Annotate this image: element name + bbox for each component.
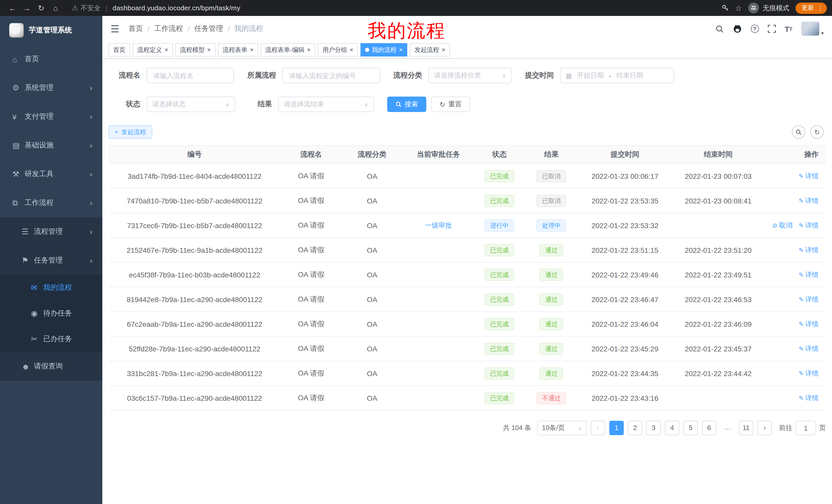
pagination-page-5[interactable]: 5 (683, 421, 698, 435)
date-range-picker[interactable]: ▦ 开始日期 - 结束日期 (560, 68, 674, 83)
browser-reload-icon[interactable]: ↻ (34, 3, 48, 12)
category-select[interactable]: 请选择流程分类 ∨ (428, 68, 512, 83)
search-button[interactable]: 搜索 (387, 96, 426, 112)
app-logo-row[interactable]: 芋道管理系统 (0, 16, 102, 45)
tab-close-icon[interactable]: × (442, 47, 445, 53)
cell-result: 通过 (524, 361, 578, 386)
sidebar-item-devtools[interactable]: ⚒研发工具∨ (0, 160, 102, 189)
sidebar-item-label: 系统管理 (25, 83, 53, 92)
definition-input[interactable] (282, 68, 380, 83)
cell-submit-time: 2022-01-23 00:06:17 (578, 164, 672, 188)
bookmark-star-icon[interactable]: ☆ (735, 3, 742, 12)
detail-action[interactable]: ✎详情 (799, 245, 818, 255)
browser-forward-icon[interactable]: → (20, 4, 34, 12)
breadcrumb-item[interactable]: 首页 (129, 24, 143, 33)
toggle-search-button[interactable] (792, 125, 805, 139)
sidebar-item-infrastructure[interactable]: ▤基础设施∨ (0, 131, 102, 160)
pagination-page-3[interactable]: 3 (646, 421, 661, 435)
scissors-icon: ✂ (31, 334, 43, 344)
pagination-page-1[interactable]: 1 (609, 421, 624, 435)
cell-end-time (672, 386, 765, 410)
cell-id: 7317cec6-7b9b-11ec-b5b7-acde48001122 (108, 213, 281, 237)
sidebar-item-workflow[interactable]: ⧉工作流程∧ (0, 189, 102, 217)
detail-action[interactable]: ✎详情 (799, 171, 818, 180)
detail-action[interactable]: ✎详情 (799, 344, 818, 353)
sidebar-item-payment[interactable]: ¥支付管理∨ (0, 102, 102, 131)
goto-page-input[interactable] (796, 421, 816, 435)
font-size-icon[interactable]: TT (784, 24, 792, 33)
current-task-link[interactable]: 一级审批 (425, 221, 452, 229)
tab-发起流程[interactable]: 发起流程× (410, 43, 450, 57)
pagination-page-6[interactable]: 6 (702, 421, 716, 435)
cell-submit-time: 2022-01-22 23:53:35 (578, 188, 672, 213)
browser-home-icon[interactable]: ⌂ (48, 4, 63, 12)
update-button[interactable]: 更新 ⋮ (796, 2, 827, 13)
tab-close-icon[interactable]: × (307, 47, 311, 53)
github-icon[interactable] (732, 24, 742, 33)
fullscreen-icon[interactable] (768, 25, 776, 33)
search-icon[interactable] (715, 24, 724, 33)
page-size-select[interactable]: 10条/页 ∨ (537, 421, 587, 435)
start-process-button[interactable]: + 发起流程 (108, 125, 152, 139)
tab-流程定义[interactable]: 流程定义× (133, 43, 173, 57)
tab-首页[interactable]: 首页 (108, 43, 130, 57)
site-security[interactable]: ⚠ 不安全 (72, 3, 101, 12)
process-name-input[interactable] (147, 68, 234, 83)
breadcrumb-item[interactable]: 工作流程 (154, 24, 183, 33)
tab-用户分组[interactable]: 用户分组× (318, 43, 358, 57)
sidebar-item-done-tasks[interactable]: ✂已办任务 (0, 326, 102, 352)
status-badge: 已完成 (485, 318, 514, 330)
tab-close-icon[interactable]: × (399, 47, 402, 53)
breadcrumb-item[interactable]: 任务管理 (194, 24, 223, 33)
sidebar-item-task-management[interactable]: ⚑任务管理∧ (0, 246, 102, 275)
reset-button[interactable]: ↻ 重置 (432, 96, 470, 112)
browser-back-icon[interactable]: ← (5, 4, 20, 12)
tab-流程表单[interactable]: 流程表单× (218, 43, 258, 57)
cell-current-task (402, 386, 474, 410)
sidebar-item-label: 首页 (25, 54, 39, 64)
detail-action[interactable]: ✎详情 (799, 319, 818, 329)
sidebar-toggle-icon[interactable]: ☰ (110, 23, 119, 35)
sidebar-item-leave-query[interactable]: ☻请假查询 (0, 352, 102, 381)
pagination-next-button[interactable]: › (757, 421, 772, 435)
pagination-page-4[interactable]: 4 (665, 421, 679, 435)
pagination-page-11[interactable]: 11 (739, 421, 753, 435)
chevron-down-icon: ∨ (89, 85, 93, 91)
key-icon[interactable] (721, 4, 729, 12)
status-select[interactable]: 请选择状态 ∨ (147, 96, 235, 112)
pagination-page-2[interactable]: 2 (628, 421, 642, 435)
cell-end-time: 2022-01-23 00:08:41 (672, 188, 765, 213)
pagination-prev-button[interactable]: ‹ (591, 421, 605, 435)
tab-流程模型[interactable]: 流程模型× (175, 43, 215, 57)
tab-close-icon[interactable]: × (250, 47, 254, 53)
tab-label: 发起流程 (414, 46, 439, 54)
tab-我的流程[interactable]: 我的流程× (361, 43, 407, 57)
detail-action[interactable]: ✎详情 (799, 295, 818, 304)
browser-menu-icon[interactable]: ⋮ (817, 4, 824, 12)
sidebar-item-home[interactable]: ⌂首页 (0, 45, 102, 74)
sidebar-item-process-management[interactable]: ☰流程管理∨ (0, 217, 102, 246)
detail-action[interactable]: ✎详情 (799, 393, 818, 402)
tab-close-icon[interactable]: × (164, 47, 168, 53)
detail-action[interactable]: ✎详情 (799, 270, 818, 279)
sidebar-item-system[interactable]: ⚙系统管理∨ (0, 74, 102, 102)
pagination-more[interactable]: … (721, 421, 735, 435)
url-bar[interactable]: dashboard.yudao.iocoder.cn/bpm/task/my (113, 4, 721, 12)
detail-icon: ✎ (799, 246, 804, 254)
tab-close-icon[interactable]: × (350, 47, 353, 53)
user-menu[interactable]: ▾ (801, 22, 824, 36)
cancel-icon: ⊘ (772, 222, 778, 229)
detail-icon: ✎ (799, 370, 804, 377)
tab-close-icon[interactable]: × (207, 47, 211, 53)
refresh-table-button[interactable]: ↻ (810, 125, 824, 139)
result-select[interactable]: 请选择流结果 ∨ (278, 96, 374, 112)
sidebar-item-todo-tasks[interactable]: ◉待办任务 (0, 301, 102, 326)
detail-action[interactable]: ✎详情 (799, 369, 818, 378)
detail-action[interactable]: ✎详情 (799, 196, 818, 205)
cell-category: OA (342, 237, 402, 262)
tab-流程表单-编辑[interactable]: 流程表单-编辑× (261, 43, 315, 57)
help-icon[interactable]: ? (751, 25, 759, 33)
cancel-action[interactable]: ⊘取消 (772, 221, 792, 230)
sidebar-item-my-process[interactable]: ✉我的流程 (0, 275, 102, 301)
detail-action[interactable]: ✎详情 (799, 221, 818, 230)
